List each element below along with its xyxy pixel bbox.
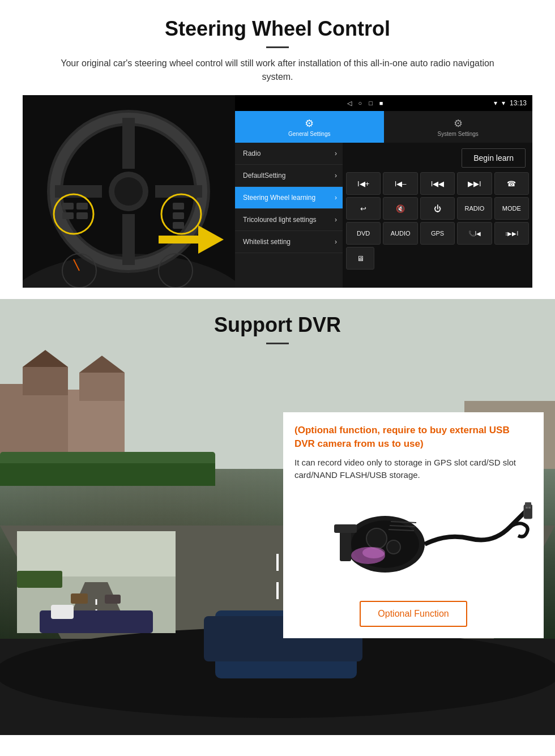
svg-point-58: [362, 547, 385, 558]
menu-item-tricoloured-label: Tricoloured light settings: [243, 216, 317, 224]
ctrl-next[interactable]: ▶▶I: [457, 172, 492, 195]
home-icon: ○: [358, 100, 362, 107]
ctrl-tel-prev[interactable]: 📞I◀: [457, 222, 492, 245]
dvr-divider: [266, 343, 289, 344]
android-tabs: ⚙ General Settings ⚙ System Settings: [235, 111, 532, 143]
svg-rect-50: [17, 571, 62, 588]
ctrl-back[interactable]: ↩: [346, 197, 381, 220]
dvr-background: Support DVR: [0, 299, 555, 735]
tab-general-settings-label: General Settings: [288, 131, 331, 137]
svg-rect-16: [173, 203, 184, 210]
wifi-icon: ▾: [502, 99, 505, 107]
menu-item-radio[interactable]: Radio ›: [235, 143, 343, 165]
svg-rect-18: [173, 222, 184, 229]
svg-rect-49: [105, 595, 121, 604]
controls-row-4: 🖥: [346, 247, 529, 270]
menu-item-whitelist[interactable]: Whitelist setting ›: [235, 231, 343, 253]
nav-icons: ◁ ○ □ ■: [241, 100, 489, 107]
controls-row-2: ↩ 🔇 ⏻ RADIO MODE: [346, 197, 529, 220]
ctrl-vol-down[interactable]: I◀–: [383, 172, 417, 195]
controls-row-3: DVD AUDIO GPS 📞I◀ ↕▶▶I: [346, 222, 529, 245]
menu-arrow-default: ›: [335, 172, 337, 180]
controls-top-row: Begin learn: [346, 146, 529, 170]
dvr-inset-photo: [17, 531, 176, 633]
ctrl-mute[interactable]: 🔇: [383, 197, 417, 220]
ctrl-phone[interactable]: ☎: [494, 172, 529, 195]
svg-point-56: [387, 540, 400, 554]
ctrl-radio[interactable]: RADIO: [457, 197, 492, 220]
general-settings-icon: ⚙: [305, 117, 314, 130]
menu-item-radio-label: Radio: [243, 150, 261, 157]
menu-arrow-steering: ›: [335, 194, 337, 202]
svg-rect-13: [76, 203, 88, 210]
ctrl-audio[interactable]: AUDIO: [383, 222, 417, 245]
ctrl-screenshot[interactable]: 🖥: [346, 247, 374, 270]
section1-title: Steering Wheel Control: [23, 17, 532, 41]
tab-general-settings[interactable]: ⚙ General Settings: [235, 111, 384, 143]
dvr-camera-image: [294, 490, 532, 592]
signal-icon: ▾: [494, 99, 497, 107]
steering-content-area: ◁ ○ □ ■ ▾ ▾ 13:13 ⚙ General Settings ⚙ S…: [23, 95, 532, 288]
dvr-info-text: It can record video only to storage in G…: [294, 456, 532, 482]
svg-rect-62: [528, 507, 531, 509]
menu-item-default-setting[interactable]: DefaultSetting ›: [235, 165, 343, 187]
menu-item-whitelist-label: Whitelist setting: [243, 238, 291, 246]
svg-rect-52: [51, 605, 74, 619]
svg-rect-11: [62, 203, 74, 210]
svg-rect-12: [62, 212, 74, 219]
ctrl-gps[interactable]: GPS: [420, 222, 455, 245]
menu-arrow-tricoloured: ›: [335, 216, 337, 224]
steering-wheel-photo: [23, 95, 235, 288]
back-icon: ◁: [347, 100, 352, 107]
ctrl-tel-next[interactable]: ↕▶▶I: [494, 222, 529, 245]
menu-item-steering-wheel[interactable]: Steering Wheel learning ›: [235, 187, 343, 209]
menu-arrow-radio: ›: [335, 150, 337, 157]
statusbar-time: 13:13: [510, 99, 527, 107]
dvr-section: Support DVR: [0, 299, 555, 735]
ctrl-mode[interactable]: MODE: [494, 197, 529, 220]
ctrl-power[interactable]: ⏻: [420, 197, 455, 220]
system-settings-icon: ⚙: [454, 117, 463, 130]
android-ui-panel: ◁ ○ □ ■ ▾ ▾ 13:13 ⚙ General Settings ⚙ S…: [235, 95, 532, 288]
svg-rect-48: [71, 593, 88, 604]
dvr-title-area: Support DVR: [0, 299, 555, 361]
svg-rect-60: [525, 502, 531, 507]
begin-learn-button[interactable]: Begin learn: [462, 148, 526, 168]
menu-icon: ■: [379, 100, 383, 107]
svg-rect-26: [23, 367, 68, 395]
menu-arrow-whitelist: ›: [335, 238, 337, 246]
android-menu: Radio › DefaultSetting › Steering Wheel …: [235, 143, 343, 288]
ctrl-prev[interactable]: I◀◀: [420, 172, 455, 195]
ctrl-vol-up[interactable]: I◀+: [346, 172, 381, 195]
recents-icon: □: [369, 100, 373, 107]
controls-row-1: I◀+ I◀– I◀◀ ▶▶I ☎: [346, 172, 529, 195]
dvr-info-box: (Optional function, require to buy exter…: [283, 412, 544, 638]
svg-point-55: [366, 528, 387, 549]
title-divider: [266, 46, 289, 48]
svg-rect-20: [159, 236, 199, 244]
menu-item-default-label: DefaultSetting: [243, 172, 285, 180]
dvr-title: Support DVR: [0, 313, 555, 337]
svg-rect-32: [0, 463, 215, 486]
dvr-info-title: (Optional function, require to buy exter…: [294, 424, 532, 451]
menu-item-tricoloured[interactable]: Tricoloured light settings ›: [235, 209, 343, 231]
tab-system-settings[interactable]: ⚙ System Settings: [384, 111, 533, 143]
svg-rect-67: [334, 524, 357, 533]
android-body: Radio › DefaultSetting › Steering Wheel …: [235, 143, 532, 288]
svg-rect-17: [173, 212, 184, 219]
android-controls: Begin learn I◀+ I◀– I◀◀ ▶▶I ☎ ↩ 🔇 ⏻: [343, 143, 532, 288]
menu-item-steering-label: Steering Wheel learning: [243, 194, 315, 202]
svg-rect-29: [79, 373, 125, 401]
svg-point-9: [114, 177, 143, 206]
section1-description: Your original car's steering wheel contr…: [45, 57, 510, 84]
android-statusbar: ◁ ○ □ ■ ▾ ▾ 13:13: [235, 95, 532, 111]
tab-system-settings-label: System Settings: [438, 131, 479, 137]
steering-section: Steering Wheel Control Your original car…: [0, 0, 555, 299]
svg-rect-61: [526, 507, 528, 509]
optional-function-button[interactable]: Optional Function: [360, 601, 467, 627]
svg-rect-45: [17, 531, 176, 576]
svg-rect-14: [76, 212, 88, 219]
ctrl-dvd[interactable]: DVD: [346, 222, 381, 245]
